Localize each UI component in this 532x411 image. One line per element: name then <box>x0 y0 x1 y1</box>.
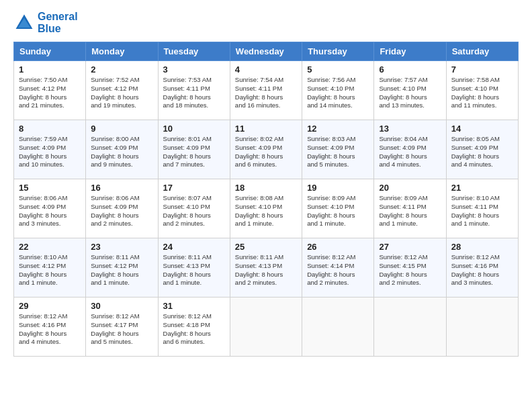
calendar-cell: 28Sunrise: 8:12 AMSunset: 4:16 PMDayligh… <box>446 238 518 298</box>
day-header-sunday: Sunday <box>14 42 86 61</box>
day-number: 29 <box>19 301 81 311</box>
cell-text: Sunrise: 7:57 AMSunset: 4:10 PMDaylight:… <box>379 76 441 110</box>
day-number: 23 <box>91 242 152 252</box>
calendar-table: SundayMondayTuesdayWednesdayThursdayFrid… <box>13 42 519 357</box>
day-number: 10 <box>163 124 225 134</box>
calendar-cell: 7Sunrise: 7:58 AMSunset: 4:10 PMDaylight… <box>446 61 518 120</box>
calendar-cell: 5Sunrise: 7:56 AMSunset: 4:10 PMDaylight… <box>302 61 374 120</box>
cell-text: Sunrise: 8:06 AMSunset: 4:09 PMDaylight:… <box>19 194 81 228</box>
cell-text: Sunrise: 8:12 AMSunset: 4:14 PMDaylight:… <box>307 253 369 287</box>
day-number: 21 <box>451 183 513 193</box>
day-number: 31 <box>163 301 225 311</box>
day-number: 16 <box>91 183 152 193</box>
cell-text: Sunrise: 8:09 AMSunset: 4:10 PMDaylight:… <box>307 194 369 228</box>
logo-text: General Blue <box>38 11 78 35</box>
cell-text: Sunrise: 7:58 AMSunset: 4:10 PMDaylight:… <box>451 76 513 110</box>
calendar-cell: 2Sunrise: 7:52 AMSunset: 4:12 PMDaylight… <box>86 61 158 120</box>
calendar-cell <box>302 298 374 357</box>
calendar-week-1: 1Sunrise: 7:50 AMSunset: 4:12 PMDaylight… <box>14 61 519 120</box>
cell-text: Sunrise: 8:05 AMSunset: 4:09 PMDaylight:… <box>451 135 513 169</box>
calendar-cell: 4Sunrise: 7:54 AMSunset: 4:11 PMDaylight… <box>230 61 302 120</box>
day-number: 11 <box>235 124 297 134</box>
cell-text: Sunrise: 8:03 AMSunset: 4:09 PMDaylight:… <box>307 135 369 169</box>
calendar-week-2: 8Sunrise: 7:59 AMSunset: 4:09 PMDaylight… <box>14 120 519 179</box>
calendar-cell <box>446 298 518 357</box>
cell-text: Sunrise: 8:09 AMSunset: 4:11 PMDaylight:… <box>379 194 441 228</box>
day-header-friday: Friday <box>374 42 446 61</box>
day-number: 2 <box>91 64 152 75</box>
day-number: 22 <box>19 242 81 252</box>
calendar-cell: 6Sunrise: 7:57 AMSunset: 4:10 PMDaylight… <box>374 61 446 120</box>
calendar-cell: 13Sunrise: 8:04 AMSunset: 4:09 PMDayligh… <box>374 120 446 179</box>
calendar-cell: 17Sunrise: 8:07 AMSunset: 4:10 PMDayligh… <box>158 179 230 238</box>
page: General Blue SundayMondayTuesdayWednesda… <box>0 0 532 363</box>
calendar-cell: 1Sunrise: 7:50 AMSunset: 4:12 PMDaylight… <box>14 61 86 120</box>
day-number: 19 <box>307 183 369 193</box>
calendar-cell: 16Sunrise: 8:06 AMSunset: 4:09 PMDayligh… <box>86 179 158 238</box>
day-number: 28 <box>451 242 513 252</box>
calendar-week-5: 29Sunrise: 8:12 AMSunset: 4:16 PMDayligh… <box>14 298 519 357</box>
day-number: 12 <box>307 124 369 134</box>
day-number: 27 <box>379 242 441 252</box>
cell-text: Sunrise: 8:12 AMSunset: 4:16 PMDaylight:… <box>451 253 513 287</box>
cell-text: Sunrise: 7:50 AMSunset: 4:12 PMDaylight:… <box>19 76 81 110</box>
cell-text: Sunrise: 7:59 AMSunset: 4:09 PMDaylight:… <box>19 135 81 169</box>
day-number: 17 <box>163 183 225 193</box>
calendar-cell: 30Sunrise: 8:12 AMSunset: 4:17 PMDayligh… <box>86 298 158 357</box>
day-number: 18 <box>235 183 297 193</box>
cell-text: Sunrise: 8:12 AMSunset: 4:16 PMDaylight:… <box>19 312 81 347</box>
calendar-body: 1Sunrise: 7:50 AMSunset: 4:12 PMDaylight… <box>14 61 519 357</box>
cell-text: Sunrise: 8:12 AMSunset: 4:15 PMDaylight:… <box>379 253 441 287</box>
cell-text: Sunrise: 8:11 AMSunset: 4:13 PMDaylight:… <box>235 253 297 287</box>
calendar-cell <box>230 298 302 357</box>
day-number: 3 <box>163 64 225 75</box>
calendar-cell: 22Sunrise: 8:10 AMSunset: 4:12 PMDayligh… <box>14 238 86 298</box>
day-number: 6 <box>379 64 441 75</box>
calendar-cell: 19Sunrise: 8:09 AMSunset: 4:10 PMDayligh… <box>302 179 374 238</box>
cell-text: Sunrise: 8:12 AMSunset: 4:18 PMDaylight:… <box>163 312 225 347</box>
calendar-cell: 15Sunrise: 8:06 AMSunset: 4:09 PMDayligh… <box>14 179 86 238</box>
calendar-week-4: 22Sunrise: 8:10 AMSunset: 4:12 PMDayligh… <box>14 238 519 298</box>
header-row: SundayMondayTuesdayWednesdayThursdayFrid… <box>14 42 519 61</box>
cell-text: Sunrise: 8:10 AMSunset: 4:11 PMDaylight:… <box>451 194 513 228</box>
cell-text: Sunrise: 8:07 AMSunset: 4:10 PMDaylight:… <box>163 194 225 228</box>
calendar-cell: 21Sunrise: 8:10 AMSunset: 4:11 PMDayligh… <box>446 179 518 238</box>
day-number: 25 <box>235 242 297 252</box>
day-number: 24 <box>163 242 225 252</box>
logo-general: General <box>38 11 78 23</box>
calendar-cell <box>374 298 446 357</box>
cell-text: Sunrise: 8:08 AMSunset: 4:10 PMDaylight:… <box>235 194 297 228</box>
calendar-cell: 23Sunrise: 8:11 AMSunset: 4:12 PMDayligh… <box>86 238 158 298</box>
calendar-cell: 26Sunrise: 8:12 AMSunset: 4:14 PMDayligh… <box>302 238 374 298</box>
calendar-cell: 24Sunrise: 8:11 AMSunset: 4:13 PMDayligh… <box>158 238 230 298</box>
day-number: 5 <box>307 64 369 75</box>
logo-blue: Blue <box>38 23 78 35</box>
cell-text: Sunrise: 8:00 AMSunset: 4:09 PMDaylight:… <box>91 135 152 169</box>
calendar-cell: 27Sunrise: 8:12 AMSunset: 4:15 PMDayligh… <box>374 238 446 298</box>
logo-icon <box>13 12 35 34</box>
day-number: 20 <box>379 183 441 193</box>
day-header-thursday: Thursday <box>302 42 374 61</box>
day-number: 7 <box>451 64 513 75</box>
day-number: 26 <box>307 242 369 252</box>
cell-text: Sunrise: 7:53 AMSunset: 4:11 PMDaylight:… <box>163 76 225 110</box>
cell-text: Sunrise: 8:01 AMSunset: 4:09 PMDaylight:… <box>163 135 225 169</box>
calendar-cell: 18Sunrise: 8:08 AMSunset: 4:10 PMDayligh… <box>230 179 302 238</box>
cell-text: Sunrise: 8:11 AMSunset: 4:12 PMDaylight:… <box>91 253 152 287</box>
cell-text: Sunrise: 8:10 AMSunset: 4:12 PMDaylight:… <box>19 253 81 287</box>
cell-text: Sunrise: 8:02 AMSunset: 4:09 PMDaylight:… <box>235 135 297 169</box>
cell-text: Sunrise: 8:11 AMSunset: 4:13 PMDaylight:… <box>163 253 225 287</box>
calendar-cell: 29Sunrise: 8:12 AMSunset: 4:16 PMDayligh… <box>14 298 86 357</box>
header: General Blue <box>13 11 519 35</box>
calendar-cell: 14Sunrise: 8:05 AMSunset: 4:09 PMDayligh… <box>446 120 518 179</box>
cell-text: Sunrise: 8:04 AMSunset: 4:09 PMDaylight:… <box>379 135 441 169</box>
calendar-header: SundayMondayTuesdayWednesdayThursdayFrid… <box>14 42 519 61</box>
calendar-cell: 20Sunrise: 8:09 AMSunset: 4:11 PMDayligh… <box>374 179 446 238</box>
day-header-monday: Monday <box>86 42 158 61</box>
day-header-saturday: Saturday <box>446 42 518 61</box>
cell-text: Sunrise: 7:54 AMSunset: 4:11 PMDaylight:… <box>235 76 297 110</box>
calendar-cell: 10Sunrise: 8:01 AMSunset: 4:09 PMDayligh… <box>158 120 230 179</box>
calendar-cell: 9Sunrise: 8:00 AMSunset: 4:09 PMDaylight… <box>86 120 158 179</box>
cell-text: Sunrise: 7:56 AMSunset: 4:10 PMDaylight:… <box>307 76 369 110</box>
day-number: 14 <box>451 124 513 134</box>
